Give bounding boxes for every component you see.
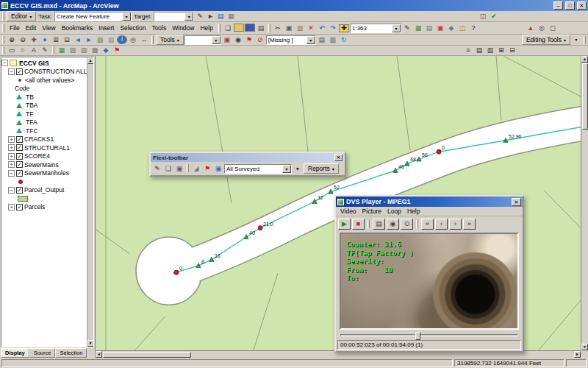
validate-feature-icon[interactable]: ✔ — [489, 12, 499, 21]
scrollbar-thumb[interactable] — [582, 63, 588, 130]
model-builder-icon[interactable]: ◆ — [446, 24, 456, 33]
scrollbar-thumb[interactable] — [103, 352, 191, 358]
layer-checkbox[interactable]: ✓ — [16, 153, 23, 160]
zoom-out-icon[interactable]: ⊖ — [18, 35, 28, 45]
expand-icon[interactable]: + — [8, 153, 15, 160]
toc-item-cracks1[interactable]: +✓CRACKS1 — [1, 135, 87, 144]
collapse-icon[interactable]: − — [8, 68, 15, 75]
timer-button[interactable]: ⊙ — [401, 219, 413, 230]
more-tools-dropdown[interactable]: ▾ — [571, 35, 581, 45]
slider-track[interactable] — [340, 334, 518, 336]
layer-checkbox[interactable]: ✓ — [16, 68, 23, 75]
new-map-icon[interactable]: ❏ — [223, 24, 233, 33]
table-view-icon[interactable]: ▤ — [474, 46, 484, 55]
table-icon[interactable]: ▤ — [424, 24, 434, 33]
north-arrow-icon[interactable]: ▲ — [526, 24, 536, 33]
fixed-zoom-in-icon[interactable]: ⊞ — [51, 35, 61, 45]
identify-icon[interactable]: i — [117, 35, 127, 44]
toc-item-construction-all[interactable]: −✓CONSTRUCTION ALL — [1, 68, 87, 77]
arccatalog-icon[interactable]: ◫ — [457, 24, 467, 33]
grid-minus-icon[interactable]: ⊟ — [507, 46, 517, 55]
print-icon[interactable]: ▤ — [256, 24, 266, 33]
step-back-button[interactable]: ‹ — [435, 219, 448, 230]
redo-icon[interactable]: ↷ — [328, 24, 338, 33]
chevron-down-icon[interactable]: ▾ — [282, 165, 291, 173]
magnifier-window-icon[interactable]: ◎ — [537, 24, 547, 33]
toc-item-parcels[interactable]: +✓Parcels — [1, 203, 87, 212]
paste-icon[interactable]: ▥ — [295, 24, 305, 33]
minimize-button[interactable]: – — [553, 1, 563, 10]
collapse-icon[interactable]: − — [8, 170, 15, 177]
flag-icon[interactable]: ⚑ — [244, 35, 254, 45]
symbol-icon[interactable]: ◆ — [101, 46, 111, 55]
columns-view-icon[interactable]: ▥ — [485, 46, 495, 55]
chevron-down-icon[interactable]: ▾ — [184, 13, 193, 21]
toc-item-tfa[interactable]: TFA — [1, 118, 87, 127]
toc-item-tf[interactable]: TF — [1, 110, 87, 118]
toc-item-symbol[interactable] — [1, 177, 87, 186]
zoom-in-icon[interactable]: ⊕ — [7, 35, 17, 45]
toolbar-grip[interactable] — [52, 46, 54, 54]
menu-help[interactable]: Help — [197, 24, 215, 32]
toc-tab-source[interactable]: Source — [29, 348, 56, 358]
close-button[interactable]: ✕ — [577, 1, 587, 10]
attributes-icon[interactable]: ▤ — [215, 12, 226, 21]
cut-icon[interactable]: ✂ — [273, 24, 283, 33]
circle-tool-icon[interactable]: ○ — [18, 46, 28, 55]
toolbar-grip[interactable] — [151, 36, 154, 44]
target-combo[interactable]: ▾ — [154, 12, 194, 21]
task-combo[interactable]: Create New Feature ▾ — [54, 12, 132, 21]
help-pointer-icon[interactable]: ? — [468, 24, 478, 33]
snapping-icon[interactable]: ◫ — [478, 12, 488, 21]
toc-item-code[interactable]: Code — [1, 85, 87, 93]
survey-combo[interactable]: ▾ — [184, 35, 221, 45]
arctoolbox-icon[interactable]: ▣ — [435, 24, 445, 33]
toolbar-grip[interactable] — [268, 24, 270, 32]
menu-file[interactable]: File — [7, 24, 23, 32]
pan-icon[interactable]: ✚ — [29, 35, 39, 45]
close-icon[interactable]: ✕ — [334, 154, 343, 161]
chevron-down-icon[interactable]: ▾ — [392, 24, 401, 32]
expand-icon[interactable]: + — [8, 161, 15, 168]
layer-checkbox[interactable]: ✓ — [16, 204, 23, 210]
overview-window-icon[interactable]: ◻ — [548, 24, 558, 33]
open-folder-icon[interactable] — [234, 24, 244, 32]
pencil-tool-icon[interactable]: ✎ — [40, 46, 50, 55]
toc-item-tb[interactable]: TB — [1, 93, 87, 102]
toc-item-tfc[interactable]: TFC — [1, 127, 87, 135]
toolbar-grip[interactable] — [2, 13, 4, 21]
go-back-extent-icon[interactable]: ◄ — [73, 35, 83, 45]
grid-style-icon[interactable]: ▩ — [90, 46, 100, 55]
expand-icon[interactable]: + — [8, 136, 15, 143]
flag-style-icon[interactable]: ⚑ — [112, 46, 122, 55]
layer-list-icon[interactable]: ▤ — [317, 35, 327, 45]
fast-forward-button[interactable]: » — [463, 219, 476, 230]
save-icon[interactable] — [245, 24, 255, 32]
manhole-marker[interactable] — [258, 226, 262, 230]
scale-combo[interactable]: 1:363 ▾ — [350, 24, 401, 33]
print-frame-button[interactable]: ▤ — [373, 219, 385, 230]
scroll-left-icon[interactable]: ◄ — [96, 351, 102, 358]
menu-bookmarks[interactable]: Bookmarks — [59, 24, 96, 32]
collapse-icon[interactable]: − — [1, 60, 8, 66]
slider-thumb[interactable] — [415, 332, 420, 340]
layer-checkbox[interactable]: ✓ — [16, 136, 23, 143]
collapse-icon[interactable]: − — [8, 187, 15, 194]
toc-item-eccv-gis[interactable]: −ECCV GIS — [1, 59, 87, 68]
reports-menu-button[interactable]: Reports ▾ — [304, 163, 339, 174]
full-extent-icon[interactable]: ● — [40, 35, 50, 45]
filter-icon[interactable]: ▼ — [293, 164, 303, 174]
sketch-properties-icon[interactable]: ▦ — [226, 12, 236, 21]
dvs-menu-picture[interactable]: Picture — [359, 207, 384, 216]
menu-edit[interactable]: Edit — [23, 24, 40, 32]
text-tool-icon[interactable]: A — [29, 46, 39, 55]
missing-combo[interactable]: [Missing ] ▾ — [266, 35, 316, 45]
undo-icon[interactable]: ↶ — [317, 24, 327, 33]
toc-item-sewermains[interactable]: +✓SewerMains — [1, 160, 87, 169]
scroll-up-icon[interactable]: ▲ — [87, 57, 94, 64]
map-vertical-scrollbar[interactable]: ▲ ▼ — [581, 56, 588, 350]
scroll-up-icon[interactable]: ▲ — [581, 56, 588, 63]
maximize-button[interactable]: □ — [565, 1, 575, 10]
scroll-right-icon[interactable]: ► — [574, 351, 581, 358]
toc-item-symbol[interactable] — [1, 194, 87, 203]
